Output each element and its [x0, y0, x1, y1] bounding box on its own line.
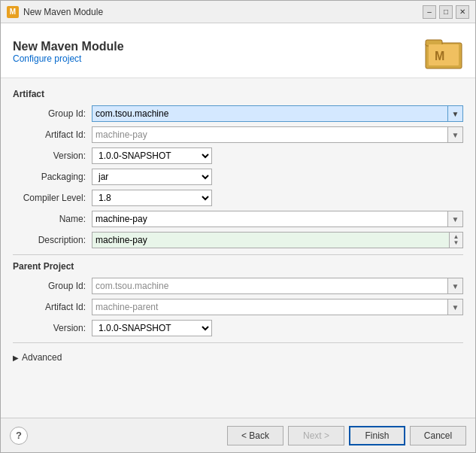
- group-id-label: Group Id:: [13, 108, 92, 119]
- close-button[interactable]: ✕: [456, 5, 469, 19]
- advanced-arrow-icon: ▶: [13, 354, 19, 362]
- packaging-row: Packaging: jar war pom: [13, 169, 463, 185]
- artifact-id-input[interactable]: [92, 126, 448, 143]
- parent-artifact-id-input[interactable]: [92, 299, 448, 315]
- packaging-label: Packaging:: [13, 172, 92, 182]
- maximize-button[interactable]: □: [439, 5, 453, 19]
- next-button[interactable]: Next >: [288, 426, 344, 445]
- parent-artifact-id-label: Artifact Id:: [13, 302, 92, 312]
- maven-logo: M: [424, 32, 463, 71]
- name-input[interactable]: [92, 211, 448, 227]
- app-icon: M: [7, 6, 19, 18]
- window-title: New Maven Module: [23, 7, 103, 17]
- description-input[interactable]: [92, 232, 450, 248]
- footer: ? < Back Next > Finish Cancel: [1, 418, 475, 452]
- group-id-row: Group Id: ▼: [13, 105, 463, 122]
- parent-artifact-id-dropdown-btn[interactable]: ▼: [448, 299, 463, 315]
- name-input-row: ▼: [92, 211, 463, 227]
- parent-group-id-dropdown-btn[interactable]: ▼: [448, 278, 463, 294]
- artifact-id-row: Artifact Id: ▼: [13, 126, 463, 143]
- parent-artifact-id-row: Artifact Id: ▼: [13, 299, 463, 315]
- window: M New Maven Module – □ ✕ New Maven Modul…: [0, 0, 476, 453]
- group-id-dropdown-btn[interactable]: ▼: [448, 105, 463, 122]
- version-label: Version:: [13, 150, 92, 161]
- divider-1: [13, 254, 463, 255]
- help-button[interactable]: ?: [10, 427, 28, 445]
- description-row: Description: ▲ ▼: [13, 232, 463, 248]
- finish-button[interactable]: Finish: [349, 426, 405, 445]
- version-row: Version: 1.0.0-SNAPSHOT 1.0.0: [13, 147, 463, 164]
- artifact-id-label: Artifact Id:: [13, 129, 92, 140]
- cancel-button[interactable]: Cancel: [410, 426, 466, 445]
- parent-version-row: Version: 1.0.0-SNAPSHOT: [13, 320, 463, 336]
- advanced-row[interactable]: ▶ Advanced: [13, 349, 463, 366]
- header-section: New Maven Module Configure project M: [1, 23, 475, 78]
- version-select-wrapper: 1.0.0-SNAPSHOT 1.0.0: [92, 147, 212, 164]
- footer-right: < Back Next > Finish Cancel: [227, 426, 466, 445]
- header-text: New Maven Module Configure project: [13, 40, 124, 64]
- name-row: Name: ▼: [13, 211, 463, 227]
- parent-version-label: Version:: [13, 323, 92, 333]
- parent-group-id-input-row: ▼: [92, 278, 463, 294]
- compiler-level-label: Compiler Level:: [13, 193, 92, 203]
- form-area: Artifact Group Id: ▼ Artifact Id: ▼ Ver: [1, 78, 475, 418]
- group-id-input[interactable]: [92, 105, 448, 122]
- divider-2: [13, 342, 463, 343]
- packaging-select[interactable]: jar war pom: [92, 169, 212, 185]
- back-button[interactable]: < Back: [227, 426, 283, 445]
- name-label: Name:: [13, 214, 92, 224]
- compiler-level-row: Compiler Level: 1.8 1.7 11: [13, 190, 463, 206]
- version-select[interactable]: 1.0.0-SNAPSHOT 1.0.0: [92, 147, 212, 164]
- artifact-section-label: Artifact: [13, 89, 463, 99]
- description-label: Description:: [13, 235, 92, 245]
- packaging-select-wrapper: jar war pom: [92, 169, 212, 185]
- artifact-id-input-row: ▼: [92, 126, 463, 143]
- parent-artifact-id-input-row: ▼: [92, 299, 463, 315]
- description-spinner[interactable]: ▲ ▼: [450, 232, 463, 248]
- header-icon: M: [424, 32, 463, 71]
- title-bar-left: M New Maven Module: [7, 6, 103, 18]
- svg-text:M: M: [435, 50, 444, 62]
- dialog-title: New Maven Module: [13, 40, 124, 53]
- parent-section-label: Parent Project: [13, 261, 463, 272]
- content-area: New Maven Module Configure project M Art…: [1, 23, 475, 452]
- configure-project-link[interactable]: Configure project: [13, 53, 124, 64]
- artifact-id-dropdown-btn[interactable]: ▼: [448, 126, 463, 143]
- parent-version-select[interactable]: 1.0.0-SNAPSHOT: [92, 320, 212, 336]
- parent-group-id-input[interactable]: [92, 278, 448, 294]
- minimize-button[interactable]: –: [423, 5, 436, 19]
- title-bar: M New Maven Module – □ ✕: [1, 1, 475, 23]
- compiler-level-select[interactable]: 1.8 1.7 11: [92, 190, 212, 206]
- advanced-label: Advanced: [22, 352, 62, 363]
- parent-group-id-label: Group Id:: [13, 281, 92, 291]
- description-input-row: ▲ ▼: [92, 232, 463, 248]
- name-dropdown-btn[interactable]: ▼: [448, 211, 463, 227]
- compiler-level-select-wrapper: 1.8 1.7 11: [92, 190, 212, 206]
- footer-left: ?: [10, 427, 28, 445]
- group-id-input-row: ▼: [92, 105, 463, 122]
- parent-version-select-wrapper: 1.0.0-SNAPSHOT: [92, 320, 212, 336]
- title-bar-controls: – □ ✕: [423, 5, 469, 19]
- parent-group-id-row: Group Id: ▼: [13, 278, 463, 294]
